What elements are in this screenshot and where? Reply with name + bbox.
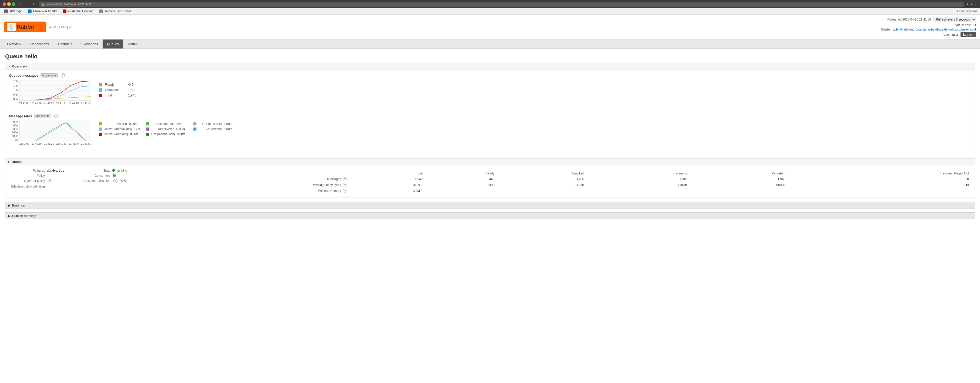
rate-publish-color xyxy=(99,122,102,126)
publish-section: ▶ Publish message xyxy=(5,212,975,219)
table-row: Message body bytes ? 410kiB 93kiB 317kiB… xyxy=(137,182,971,188)
features-label: Features xyxy=(9,169,45,172)
process-memory-transient xyxy=(788,188,971,194)
logo-box: 🐇 RabbitMQ xyxy=(4,22,46,32)
process-memory-help[interactable]: ? xyxy=(343,189,347,193)
cluster-link[interactable]: rabbit@rabbitmq-0.rabbitmq-headless.defa… xyxy=(892,28,976,31)
rate-get-manual-ack-label: Get (manual ack) xyxy=(151,132,175,136)
tab-queues[interactable]: Queues xyxy=(103,40,124,48)
rate-deliver-manual-ack-value: 12/s xyxy=(134,127,140,131)
body-bytes-help[interactable]: ? xyxy=(343,183,347,187)
tab-connections[interactable]: Connections xyxy=(25,40,53,48)
bookmark-dps-login[interactable]: DPS login xyxy=(3,9,24,14)
url-text: localhost:15672/#/queues/%2F/hello xyxy=(47,3,92,6)
other-favorites[interactable]: Other favorites xyxy=(957,10,977,13)
rate-deliver-manual-ack-color xyxy=(99,127,102,130)
reload-button[interactable]: ↻ xyxy=(32,2,37,7)
y-label-0: 2.0k xyxy=(9,80,18,83)
rate-deliver-auto-ack-color xyxy=(99,133,102,136)
tab-exchanges[interactable]: Exchanges xyxy=(77,40,102,48)
rate-deliver-auto-ack: Deliver (auto ack) 0.00/s xyxy=(99,132,140,136)
logo-icon: 🐇 xyxy=(7,23,16,31)
rate-publish: Publish 0.00/s xyxy=(99,122,140,126)
features-value: durable: true xyxy=(47,169,64,172)
operator-policy-row: Operator policy ? xyxy=(9,179,64,183)
refresh-select[interactable]: Refresh every 5 seconds xyxy=(933,17,976,22)
tab-overview[interactable]: Overview xyxy=(3,40,25,48)
state-indicator xyxy=(112,169,115,172)
process-memory-unacked xyxy=(496,188,586,194)
rate-redelivered-label: Redelivered xyxy=(151,127,174,131)
details-arrow: ▶ xyxy=(8,161,10,163)
publish-section-header[interactable]: ▶ Publish message xyxy=(5,212,975,219)
rabbitmq-app: 🐇 RabbitMQ 3.8.2 Erlang 22.1 Refreshed 2… xyxy=(0,14,980,382)
tab-admin[interactable]: Admin xyxy=(123,40,142,48)
queued-messages-help[interactable]: ? xyxy=(61,73,65,78)
rate-get-empty-label: Get (empty) xyxy=(199,127,221,131)
message-rates-period-badge[interactable]: last minute xyxy=(34,114,51,118)
messages-help[interactable]: ? xyxy=(343,177,347,181)
message-rates-row: Message rates last minute ? xyxy=(9,114,971,118)
legend-total-value: 1,940 xyxy=(128,94,137,97)
bindings-section-header[interactable]: ▶ Bindings xyxy=(5,202,975,209)
x-label-0: 21:41:00 xyxy=(19,102,29,105)
operator-policy-label: Operator policy xyxy=(9,179,45,183)
operator-policy-help[interactable]: ? xyxy=(48,179,52,183)
bookmark-azure[interactable]: Azure Win 10 VDI xyxy=(26,9,59,14)
process-memory-ready xyxy=(425,188,496,194)
rate-deliver-auto-ack-value: 0.00/s xyxy=(130,132,138,136)
messages-ready: 440 xyxy=(425,176,496,182)
minimize-window-button[interactable] xyxy=(7,2,11,6)
forward-button[interactable]: → xyxy=(25,2,30,7)
star-button[interactable]: ★ xyxy=(966,2,969,6)
rate-get-empty: Get (empty) 0.00/s xyxy=(193,127,235,131)
maximize-window-button[interactable] xyxy=(12,2,15,6)
stats-col-in-memory: In memory xyxy=(586,171,689,176)
messages-in-memory: 1,940 xyxy=(586,176,689,182)
stats-col-transient: Transient, Paged Out xyxy=(788,171,971,176)
logout-button[interactable]: Log out xyxy=(961,32,976,37)
rate-get-empty-color xyxy=(193,127,196,130)
stats-table: Total Ready Unacked In memory Persistent… xyxy=(137,171,971,194)
x-label-4: 21:41:40 xyxy=(69,102,79,105)
back-button[interactable]: ← xyxy=(18,2,23,7)
browser-chrome: ← → ↻ 🔓 localhost:15672/#/queues/%2F/hel… xyxy=(0,0,980,8)
bookmark-prudential[interactable]: Prudential Connect xyxy=(61,9,95,14)
queued-messages-period-badge[interactable]: last minute xyxy=(41,73,58,78)
messages-persistent: 1,940 xyxy=(689,176,788,182)
rate-get-empty-value: 0.00/s xyxy=(224,127,232,131)
message-rates-help[interactable]: ? xyxy=(54,114,59,118)
rate-redelivered-color xyxy=(146,127,149,130)
details-left-col: Features durable: true Policy Operator p… xyxy=(9,169,64,194)
body-bytes-ready: 93kiB xyxy=(425,182,496,188)
bookmarks-bar: DPS login Azure Win 10 VDI Prudential Co… xyxy=(0,8,980,14)
state-label: State xyxy=(75,169,110,172)
rate-consumer-ack-value: 12/s xyxy=(177,122,182,126)
messages-unacked: 1,500 xyxy=(496,176,586,182)
overview-section-header[interactable]: ▼ Overview xyxy=(5,63,975,70)
rate-get-manual-ack-value: 0.00/s xyxy=(177,132,185,136)
features-row: Features durable: true xyxy=(9,169,64,172)
stats-col-total: Total xyxy=(349,171,425,176)
consumer-utilisation-help[interactable]: ? xyxy=(113,179,118,183)
body-bytes-in-memory: 410kiB xyxy=(586,182,689,188)
bookmark-label: DPS login xyxy=(9,10,22,13)
queued-messages-legend: Ready 440 Unacked 1,500 Total 1,940 xyxy=(99,80,137,99)
extensions-button[interactable]: ■ xyxy=(970,2,972,6)
rates-y-label-0: 500/s xyxy=(9,121,18,123)
state-row: State running xyxy=(75,169,127,172)
queued-messages-svg xyxy=(19,80,91,100)
close-window-button[interactable] xyxy=(3,2,6,6)
menu-button[interactable]: ⋮ xyxy=(974,2,977,6)
rate-redelivered: Redelivered 0.00/s xyxy=(146,127,188,131)
bindings-section: ▶ Bindings xyxy=(5,202,975,209)
browser-navigation: ← → ↻ xyxy=(18,2,37,7)
details-section-header[interactable]: ▶ Details xyxy=(5,158,975,165)
bookmark-unicode[interactable]: Unicode Text Conve... xyxy=(98,9,135,14)
tab-channels[interactable]: Channels xyxy=(53,40,77,48)
message-rates-title: Message rates xyxy=(9,114,32,118)
address-bar[interactable]: 🔓 localhost:15672/#/queues/%2F/hello xyxy=(39,2,964,7)
bindings-arrow: ▶ xyxy=(8,203,11,207)
queued-messages-row: Queued messages last minute ? xyxy=(9,73,971,78)
rate-deliver-manual-ack-label: Deliver (manual ack) xyxy=(104,127,132,131)
